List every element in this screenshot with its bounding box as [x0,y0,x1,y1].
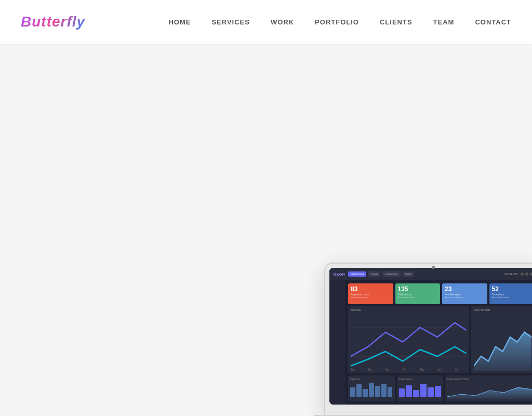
pageviews-card: Pageviews [348,375,395,401]
main-content: NEON Dashboard Leads Customers Sales 14:… [0,44,532,416]
dash-tab-3[interactable]: Sales [403,271,415,277]
stat-sub-0: More than last month [351,296,391,298]
dashboard-main: 83 Registered Users More than last month… [345,280,532,405]
nav-link-clients[interactable]: CLIENTS [380,18,413,26]
nav-item-contact[interactable]: CONTACT [475,17,511,27]
bar-6 [381,384,387,397]
svg-text:Feb: Feb [368,367,372,371]
nav-link-portfolio[interactable]: PORTFOLIO [315,18,359,26]
nav-link-services[interactable]: SERVICES [211,18,250,26]
dashboard-logo: NEON [334,272,345,276]
action-icon-1 [521,272,524,276]
svg-text:Apr: Apr [403,367,406,371]
laptop-bezel: NEON Dashboard Leads Customers Sales 14:… [329,268,532,405]
nav-menu: HOME SERVICES WORK PORTFOLIO CLIENTS TEA… [168,17,511,27]
stat-card-subscribers: 52 Subscribers More than last month [489,283,533,304]
nav-item-home[interactable]: HOME [168,17,191,27]
svg-text:Mar: Mar [385,367,390,371]
realtime-svg [474,313,531,371]
stats-row: 83 Registered Users More than last month… [348,283,532,304]
profiles-card: Latest Updated Profiles [445,375,532,401]
action-icon-2 [525,272,528,276]
dashboard-action-icons [521,272,532,276]
profiles-title: Latest Updated Profiles [447,378,532,380]
dashboard-screen: NEON Dashboard Leads Customers Sales 14:… [329,268,532,405]
stat-number-2: 23 [445,286,485,292]
pageviews-bars [350,381,393,397]
bottom-row: Pageviews [348,375,532,401]
stat-card-visitors: 135 Daily Visitors More than last week [395,283,441,304]
stat-card-registered: 83 Registered Users More than last month [348,283,393,304]
realtime-title: Real Time Stats [474,309,531,311]
site-stats-title: Site Stats [351,309,467,311]
charts-row: Site Stats [348,306,532,373]
site-logo[interactable]: Butterfly [21,14,85,30]
dash-tab-0[interactable]: Dashboard [348,271,366,277]
bar-4 [369,383,374,397]
stat-sub-3: More than last month [492,296,532,298]
nav-link-work[interactable]: WORK [271,18,294,26]
bar-5 [375,386,380,397]
unique-bars [399,381,442,397]
nav-link-team[interactable]: TEAM [433,18,455,26]
svg-text:Jan: Jan [351,367,354,371]
nav-item-portfolio[interactable]: PORTFOLIO [315,17,359,27]
nav-item-clients[interactable]: CLIENTS [380,17,413,27]
stat-number-0: 83 [351,286,391,292]
nav-item-work[interactable]: WORK [271,17,294,27]
site-stats-area: Jan Feb Mar Apr May Jun Jul [351,313,467,371]
bar-7 [388,387,393,397]
dashboard-topbar: NEON Dashboard Leads Customers Sales 14:… [329,268,532,280]
nav-link-contact[interactable]: CONTACT [475,18,511,26]
bar-1 [350,387,355,397]
dashboard-time: 14:06 PM [504,272,517,276]
nav-link-home[interactable]: HOME [168,18,191,26]
stat-number-1: 135 [398,286,438,292]
dashboard-body: 83 Registered Users More than last month… [329,280,532,405]
stat-label-0: Registered Users [351,293,391,296]
bar-3 [363,389,368,397]
device-mockup: NEON Dashboard Leads Customers Sales 14:… [324,255,532,416]
action-icon-3 [530,272,532,276]
realtime-area [474,313,531,371]
ubar-5 [428,387,434,397]
stat-label-2: New Messages [445,293,485,296]
stat-number-3: 52 [492,286,532,292]
unique-visitors-title: Unique Visitors [399,378,442,380]
laptop-camera [432,266,435,269]
nav-item-services[interactable]: SERVICES [211,17,250,27]
dash-tab-1[interactable]: Leads [368,271,381,277]
stat-sub-1: More than last week [398,296,438,298]
line-chart-svg: Jan Feb Mar Apr May Jun Jul [351,313,467,371]
dashboard-sidebar [329,280,345,405]
laptop-shell: NEON Dashboard Leads Customers Sales 14:… [324,263,532,416]
svg-marker-11 [447,387,532,399]
ubar-3 [413,390,419,397]
realtime-chart: Real Time Stats [471,306,532,373]
pageviews-title: Pageviews [350,378,393,380]
ubar-4 [420,384,427,397]
stat-label-1: Daily Visitors [398,293,438,296]
svg-text:May: May [420,367,425,371]
stat-card-messages: 23 New Messages Sent to your right now [442,283,487,304]
ubar-2 [406,385,412,397]
stat-label-3: Subscribers [492,293,532,296]
dash-tab-2[interactable]: Customers [382,271,400,277]
dashboard-tabs: Dashboard Leads Customers Sales [348,271,501,277]
ubar-6 [435,386,441,397]
unique-visitors-card: Unique Visitors [397,375,444,401]
site-stats-chart: Site Stats [348,306,469,373]
svg-text:Jul: Jul [455,367,458,371]
bar-2 [356,384,362,397]
svg-text:Jun: Jun [437,367,441,371]
stat-sub-2: Sent to your right now [445,296,485,298]
profiles-area-svg [447,381,532,399]
navbar: Butterfly HOME SERVICES WORK PORTFOLIO C… [0,0,532,44]
nav-item-team[interactable]: TEAM [433,17,455,27]
ubar-1 [399,388,405,397]
